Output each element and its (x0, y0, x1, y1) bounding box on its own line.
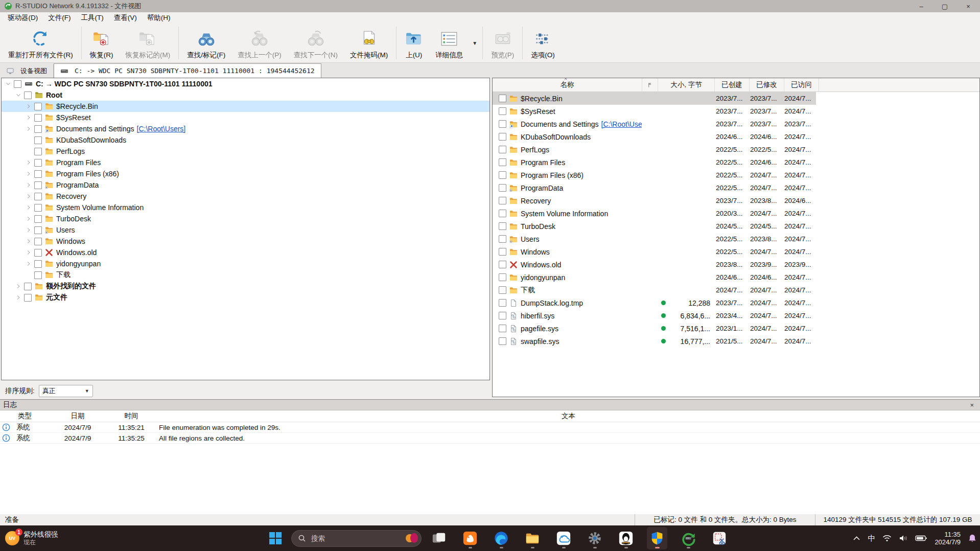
tree-item[interactable]: Recovery (2, 191, 489, 202)
expander-icon[interactable] (25, 204, 32, 211)
checkbox[interactable] (499, 146, 506, 153)
expander-icon[interactable] (25, 193, 32, 200)
find-mark-button[interactable]: 查找/标记(F) (181, 24, 231, 62)
log-header-1[interactable]: 日期 (50, 411, 106, 421)
search-box[interactable] (291, 530, 422, 547)
notification-bell-icon[interactable] (968, 534, 977, 543)
preview-button[interactable]: 预览(P) (485, 24, 520, 62)
checkbox[interactable] (34, 271, 42, 279)
tree-item[interactable]: ProgramData (2, 179, 489, 191)
checkbox[interactable] (34, 215, 42, 223)
tree-item[interactable]: 元文件 (2, 292, 489, 303)
checkbox[interactable] (499, 120, 506, 128)
file-explorer-taskbar-button[interactable] (522, 527, 543, 549)
expander-icon[interactable] (25, 226, 32, 234)
header-name[interactable]: ^ 名称 (493, 78, 642, 91)
checkbox[interactable] (499, 273, 506, 281)
tree-item[interactable]: Documents and Settings[C:\Root\Users] (2, 123, 489, 134)
header-modified[interactable]: 已修改 (750, 78, 784, 91)
log-close-button[interactable]: × (967, 401, 977, 409)
expander-icon[interactable] (25, 249, 32, 256)
checkbox[interactable] (34, 238, 42, 245)
file-name-link[interactable]: [C:\Root\Users] (601, 120, 642, 128)
maximize-button[interactable]: ▢ (933, 0, 956, 12)
checkbox[interactable] (34, 159, 42, 167)
expander-icon[interactable] (25, 125, 32, 132)
expander-icon[interactable] (25, 114, 32, 121)
checkbox[interactable] (34, 193, 42, 200)
checkbox[interactable] (499, 235, 506, 243)
menu-item-4[interactable]: 帮助(H) (143, 12, 175, 24)
checkbox[interactable] (499, 312, 506, 319)
checkbox[interactable] (14, 80, 21, 88)
file-list-row[interactable]: TurboDesk2024/5...2024/5...2024/7... (493, 220, 816, 233)
weather-widget[interactable]: UV 1 紫外线很强 现在 (0, 525, 63, 551)
tree-item[interactable]: $SysReset (2, 112, 489, 123)
edge-taskbar-button[interactable] (491, 527, 511, 549)
tree-item[interactable]: 下载 (2, 269, 489, 281)
find-prev-button[interactable]: 查找上一个(P) (231, 24, 288, 62)
language-indicator[interactable]: 中 (868, 534, 875, 543)
up-button[interactable]: 上(U) (399, 24, 429, 62)
tree-item[interactable]: Users (2, 224, 489, 236)
file-list-row[interactable]: 下载2024/7...2024/7...2024/7... (493, 284, 816, 296)
expander-icon[interactable] (5, 80, 12, 87)
checkbox[interactable] (499, 171, 506, 179)
header-accessed[interactable]: 已访问 (784, 78, 819, 91)
qq-taskbar-button[interactable] (616, 527, 636, 549)
expander-icon[interactable] (25, 170, 32, 177)
tree-item[interactable]: 额外找到的文件 (2, 281, 489, 292)
search-input[interactable] (310, 534, 384, 543)
file-list-row[interactable]: ProgramData2022/5...2024/7...2024/7... (493, 181, 816, 194)
tree-item[interactable]: Root (2, 89, 489, 101)
checkbox[interactable] (499, 248, 506, 256)
settings-taskbar-button[interactable] (585, 527, 605, 549)
recover-button[interactable]: 恢复(R) (84, 24, 120, 62)
menu-item-0[interactable]: 驱动器(D) (3, 12, 42, 24)
file-list-row[interactable]: Users2022/5...2023/8...2024/7... (493, 233, 816, 245)
checkbox[interactable] (34, 260, 42, 268)
snipping-tool-taskbar-button[interactable] (709, 527, 730, 549)
sort-order-select[interactable]: 真正 ▼ (39, 385, 93, 397)
checkbox[interactable] (499, 107, 506, 115)
tree-item[interactable]: System Volume Information (2, 202, 489, 213)
expander-icon[interactable] (15, 294, 22, 301)
windows-security-taskbar-button[interactable] (647, 527, 667, 549)
tree-item[interactable]: Program Files (x86) (2, 168, 489, 179)
minimize-button[interactable]: – (909, 0, 933, 12)
tree-item[interactable]: PerfLogs (2, 146, 489, 157)
checkbox[interactable] (34, 204, 42, 212)
tab-drive-c[interactable]: C: -> WDC PC SN730 SDBPNTY-1T00-1101 111… (54, 63, 321, 78)
battery-icon[interactable] (915, 535, 927, 542)
tree-item-link[interactable]: [C:\Root\Users] (137, 125, 186, 133)
file-list-row[interactable]: Windows2022/5...2024/7...2024/7... (493, 245, 816, 258)
expander-icon[interactable] (25, 181, 32, 189)
tree-item[interactable]: Program Files (2, 157, 489, 168)
cloud-app-taskbar-button[interactable] (553, 527, 574, 549)
recover-marked-button[interactable]: 恢复标记的(M) (120, 24, 177, 62)
checkbox[interactable] (24, 283, 32, 290)
menu-item-1[interactable]: 文件(F) (43, 12, 75, 24)
checkbox[interactable] (499, 95, 506, 102)
expander-icon[interactable] (25, 238, 32, 245)
details-dropdown-caret[interactable]: ▼ (469, 24, 480, 62)
file-list-row[interactable]: pagefile.sys7,516,1...2023/1...2024/7...… (493, 322, 816, 335)
file-mask-button[interactable]: 文件掩码(M) (344, 24, 394, 62)
close-button[interactable]: × (956, 0, 980, 12)
tree-item[interactable]: Windows (2, 236, 489, 247)
tab-device-view[interactable]: 设备视图 (0, 64, 54, 78)
menu-item-3[interactable]: 查看(V) (109, 12, 142, 24)
file-list-row[interactable]: PerfLogs2022/5...2022/5...2024/7... (493, 143, 816, 156)
volume-icon[interactable] (899, 535, 908, 542)
tray-overflow-chevron-icon[interactable] (853, 536, 860, 541)
file-list-row[interactable]: $SysReset2023/7...2023/7...2024/7... (493, 105, 816, 118)
checkbox[interactable] (499, 210, 506, 217)
tree-item[interactable]: C: → WDC PC SN730 SDBPNTY-1T00-1101 1111… (2, 78, 489, 89)
expander-icon[interactable] (25, 103, 32, 110)
file-list-row[interactable]: Recovery2023/7...2023/8...2024/6... (493, 194, 816, 207)
checkbox[interactable] (34, 114, 42, 122)
checkbox[interactable] (499, 337, 506, 345)
reopen-button[interactable]: 重新打开所有文件(R) (2, 24, 79, 62)
file-list-row[interactable]: System Volume Information2020/3...2024/7… (493, 207, 816, 220)
checkbox[interactable] (499, 184, 506, 192)
